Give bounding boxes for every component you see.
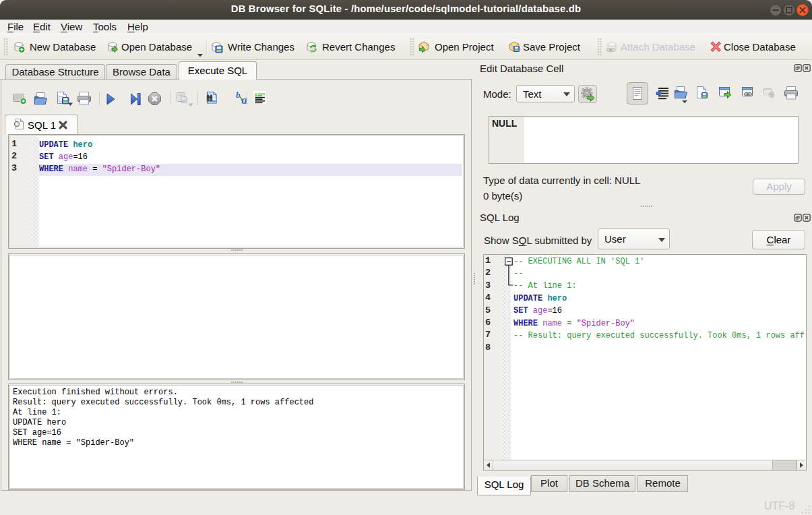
svg-text:a: a (242, 94, 247, 106)
svg-text:b: b (236, 90, 241, 100)
